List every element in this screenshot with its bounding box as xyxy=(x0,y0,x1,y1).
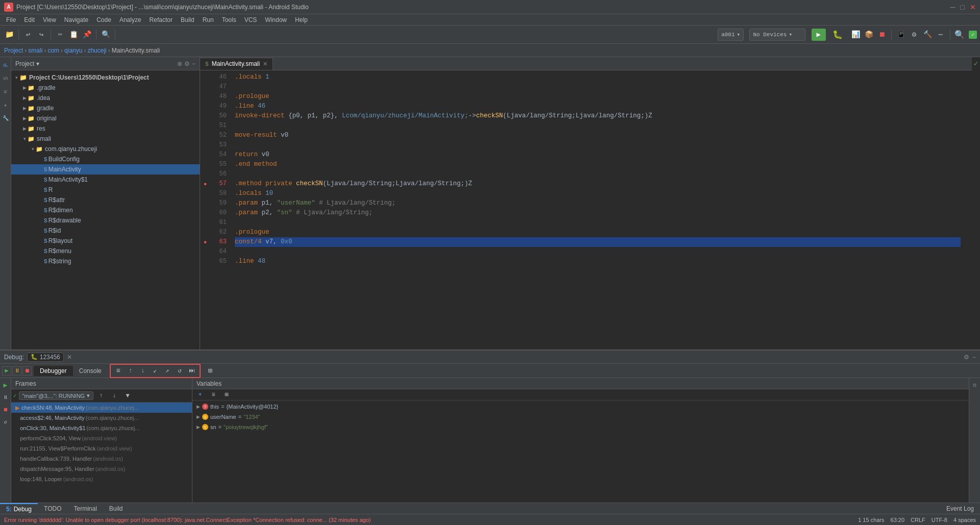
tree-rdrawable[interactable]: ▶ S R$drawable xyxy=(11,215,200,226)
frame-item-run[interactable]: run:21155, View$PerformClick (android.vi… xyxy=(11,443,192,454)
frame-item-dispatchmessage[interactable]: dispatchMessage:95, Handler (android.os) xyxy=(11,464,192,474)
toolbar-more-btn[interactable]: ⋯ xyxy=(935,29,947,41)
drop-frame-btn[interactable]: ⏭ xyxy=(186,366,198,376)
tab-close-btn[interactable]: ✕ xyxy=(263,61,267,67)
maximize-btn[interactable]: □ xyxy=(961,3,965,11)
menu-vcs[interactable]: VCS xyxy=(240,15,261,24)
thread-up-btn[interactable]: ↑ xyxy=(95,391,107,401)
toolbar-apk-btn[interactable]: 📦 xyxy=(863,29,875,41)
toolbar-cut-btn[interactable]: ✂ xyxy=(54,29,66,41)
tree-mainactivity1[interactable]: ▶ S MainActivity$1 xyxy=(11,174,200,185)
menu-help[interactable]: Help xyxy=(291,15,312,24)
menu-window[interactable]: Window xyxy=(261,15,291,24)
menu-tools[interactable]: Tools xyxy=(218,15,240,24)
breadcrumb-file[interactable]: MainActivity.smali xyxy=(112,47,160,54)
code-content[interactable]: .locals 1 .prologue .line 46 invoke-dire… xyxy=(231,70,965,349)
minimize-btn[interactable]: ─ xyxy=(950,3,955,11)
toolbar-find-btn[interactable]: 🔍 xyxy=(100,29,112,41)
debug-pause-side[interactable]: ⏸ xyxy=(1,392,11,403)
step-into-my-code-btn[interactable]: ↙ xyxy=(150,366,161,376)
editor-tab-mainactivity[interactable]: S MainActivity.smali ✕ xyxy=(200,58,273,70)
stop-btn[interactable]: ⏹ xyxy=(22,366,32,376)
evaluate-btn[interactable]: ↺ xyxy=(174,366,185,376)
close-btn[interactable]: ✕ xyxy=(970,3,976,11)
menu-refactor[interactable]: Refactor xyxy=(145,15,177,24)
var-sort-btn[interactable]: ≡ xyxy=(208,390,219,400)
breadcrumb-project[interactable]: Project xyxy=(4,47,23,54)
bottom-tab-debug[interactable]: 5: Debug xyxy=(0,503,38,514)
menu-build[interactable]: Build xyxy=(177,15,199,24)
run-to-cursor-btn[interactable]: ↗ xyxy=(162,366,173,376)
debug-resume-side[interactable]: ▶ xyxy=(1,380,11,390)
tree-r[interactable]: ▶ S R xyxy=(11,185,200,195)
var-this-arrow[interactable]: ▶ xyxy=(197,404,200,409)
toolbar-undo-btn[interactable]: ↩ xyxy=(22,29,34,41)
bottom-tab-terminal[interactable]: Terminal xyxy=(68,503,103,514)
tree-rmenu[interactable]: ▶ S R$menu xyxy=(11,246,200,256)
toolbar-paste-btn[interactable]: 📌 xyxy=(81,29,93,41)
step-into-btn[interactable]: ↓ xyxy=(137,366,149,376)
collapse-icon[interactable]: − xyxy=(192,60,195,67)
tree-mainactivity[interactable]: ▶ S MainActivity xyxy=(11,164,200,174)
pause-btn[interactable]: ⏸ xyxy=(12,366,21,376)
tree-idea[interactable]: ▶ 📁 .idea xyxy=(11,93,200,103)
sidebar-resource-icon[interactable]: R xyxy=(1,87,11,97)
bottom-tab-event-log[interactable]: Event Log xyxy=(940,503,980,514)
toolbar-gradle-btn[interactable]: 🔨 xyxy=(921,29,934,41)
step-out-btn[interactable]: ↑ xyxy=(125,366,136,376)
frame-item-performclick[interactable]: performClick:5204, View (android.view) xyxy=(11,433,192,443)
frame-item-onclick[interactable]: onClick:30, MainActivity$1 (com.qianyu.z… xyxy=(11,423,192,433)
status-encoding[interactable]: UTF-8 xyxy=(932,517,947,523)
debug-settings-icon[interactable]: ⚙ xyxy=(964,354,969,361)
toolbar-search-btn[interactable]: 🔍 xyxy=(953,29,966,41)
tree-gradle[interactable]: ▶ 📁 .gradle xyxy=(11,83,200,93)
thread-down-btn[interactable]: ↓ xyxy=(109,391,120,401)
tree-com[interactable]: ▾ 📁 com.qianyu.zhuceji xyxy=(11,144,200,154)
run-button[interactable]: ▶ xyxy=(812,29,826,41)
toolbar-sdk-btn[interactable]: ⚙ xyxy=(908,29,920,41)
config-dropdown[interactable]: a001 ▾ xyxy=(718,29,744,41)
debug-session[interactable]: 🐛 123456 xyxy=(27,353,64,362)
breadcrumb-qianyu[interactable]: qianyu xyxy=(64,47,82,54)
tree-rattr[interactable]: ▶ S R$attr xyxy=(11,195,200,205)
settings-icon[interactable]: ⚙ xyxy=(184,60,190,67)
frame-item-checkSN[interactable]: ▶ checkSN:48, MainActivity (com.qianyu.z… xyxy=(11,403,192,413)
debug-minimize-icon[interactable]: − xyxy=(972,354,976,361)
debug-stop-side[interactable]: ⏹ xyxy=(1,405,11,415)
toolbar-avd-btn[interactable]: 📱 xyxy=(895,29,907,41)
toolbar-project-btn[interactable]: 📁 xyxy=(3,29,15,41)
sidebar-structure-icon[interactable]: S xyxy=(1,73,11,84)
sidebar-project-icon[interactable]: P xyxy=(1,60,11,70)
breadcrumb-smali[interactable]: smali xyxy=(28,47,42,54)
sidebar-build-icon[interactable]: 🔧 xyxy=(1,113,11,123)
locate-icon[interactable]: ⊕ xyxy=(177,60,182,67)
frame-item-handlecallback[interactable]: handleCallback:739, Handler (android.os) xyxy=(11,454,192,464)
toolbar-profile-btn[interactable]: 📊 xyxy=(849,29,862,41)
thread-dropdown[interactable]: "main"@3,...": RUNNING ▾ xyxy=(19,391,94,400)
debug-button[interactable]: 🐛 xyxy=(831,29,844,41)
status-line-ending[interactable]: CRLF xyxy=(911,517,925,523)
menu-run[interactable]: Run xyxy=(199,15,218,24)
step-over-lines-btn[interactable]: ≡ xyxy=(113,366,124,376)
var-copy-btn[interactable]: ⊞ xyxy=(221,390,232,400)
var-username-arrow[interactable]: ▶ xyxy=(197,414,200,419)
menu-navigate[interactable]: Navigate xyxy=(60,15,92,24)
menu-edit[interactable]: Edit xyxy=(20,15,39,24)
tree-res[interactable]: ▶ 📁 res xyxy=(11,123,200,134)
status-error-msg[interactable]: Error running 'ddddddd': Unable to open … xyxy=(4,517,371,523)
tree-gradle2[interactable]: ▶ 📁 gradle xyxy=(11,103,200,113)
debug-right-restore-icon[interactable]: ⊟ xyxy=(970,380,980,390)
bottom-tab-todo[interactable]: TODO xyxy=(38,503,67,514)
menu-code[interactable]: Code xyxy=(92,15,115,24)
project-dropdown-arrow[interactable]: ▾ xyxy=(36,60,39,67)
tree-smali[interactable]: ▾ 📁 smali xyxy=(11,134,200,144)
debug-session-close[interactable]: ✕ xyxy=(67,354,72,361)
var-add-btn[interactable]: + xyxy=(194,390,206,400)
tree-rstring[interactable]: ▶ S R$string xyxy=(11,256,200,266)
tree-rid[interactable]: ▶ S R$id xyxy=(11,226,200,236)
toolbar-copy-btn[interactable]: 📋 xyxy=(67,29,80,41)
tree-rlayout[interactable]: ▶ S R$layout xyxy=(11,236,200,246)
debug-rerun-side[interactable]: ↺ xyxy=(1,417,11,427)
sidebar-favorites-icon[interactable]: ★ xyxy=(1,100,11,110)
tree-original[interactable]: ▶ 📁 original xyxy=(11,113,200,123)
